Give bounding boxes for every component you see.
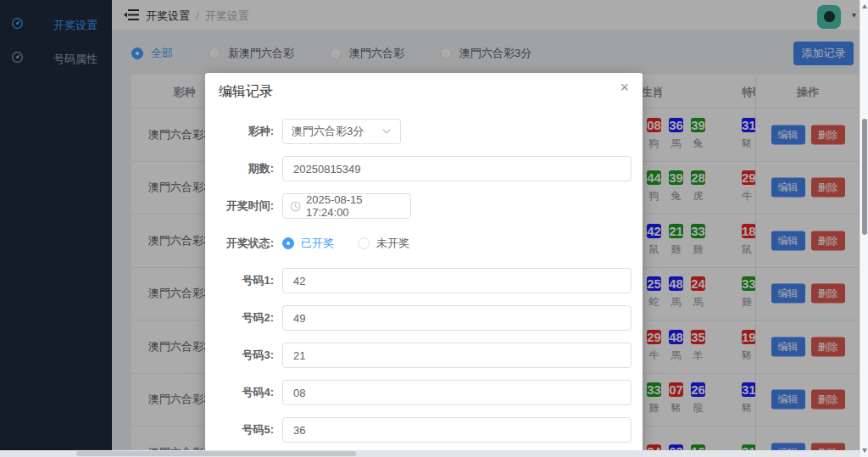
field-number: 号码2: [219, 305, 632, 331]
app-root: 开奖设置 号码属性 开奖设置/开奖设置 ▾ 全部 [0, 0, 868, 457]
field-issue-number: 期数: [219, 156, 632, 181]
field-label: 号码1: [219, 273, 282, 288]
radio-icon [358, 237, 370, 249]
number-input[interactable] [282, 268, 632, 293]
number-input[interactable] [282, 417, 632, 443]
scroll-up-icon[interactable] [862, 4, 867, 8]
scroll-down-icon[interactable] [862, 449, 867, 453]
radio-icon [282, 237, 294, 249]
field-label: 号码2: [219, 310, 282, 326]
number-input[interactable] [282, 343, 632, 368]
field-label: 开奖状态: [219, 236, 282, 251]
draw-status-radio-group: 已开奖 未开奖 [282, 236, 433, 251]
draw-time-value: 2025-08-15 17:24:00 [306, 193, 403, 219]
status-option-label: 未开奖 [376, 236, 409, 251]
field-label: 号码5: [219, 422, 282, 437]
field-draw-status: 开奖状态: 已开奖 未开奖 [219, 231, 632, 256]
chevron-down-icon [381, 126, 392, 137]
close-icon[interactable]: × [620, 80, 629, 95]
field-label: 号码3: [219, 348, 282, 363]
number-input[interactable] [282, 380, 632, 405]
status-option-label: 已开奖 [301, 236, 334, 251]
number-input[interactable] [282, 305, 632, 331]
vertical-scroll-thumb[interactable] [862, 119, 867, 235]
field-label: 开奖时间: [219, 198, 282, 214]
horizontal-scroll-thumb[interactable] [76, 451, 356, 456]
field-number: 号码4: [219, 380, 632, 405]
dialog-title: 编辑记录 [219, 83, 273, 101]
edit-record-dialog: 编辑记录 × 彩种: 澳門六合彩3分 期数: 开奖时间: [205, 73, 643, 457]
draw-time-picker[interactable]: 2025-08-15 17:24:00 [282, 193, 411, 219]
field-label: 期数: [219, 161, 282, 176]
status-radio-option[interactable]: 未开奖 [358, 236, 409, 251]
field-number: 号码1: [219, 268, 632, 293]
field-lottery-type: 彩种: 澳門六合彩3分 [219, 119, 632, 144]
issue-number-input[interactable] [282, 156, 632, 181]
vertical-scrollbar[interactable] [860, 0, 868, 457]
field-label: 彩种: [219, 124, 282, 139]
field-draw-time: 开奖时间: 2025-08-15 17:24:00 [219, 193, 632, 219]
clock-icon [290, 201, 301, 212]
horizontal-scrollbar[interactable] [0, 450, 860, 457]
field-number: 号码5: [219, 417, 632, 443]
selected-value: 澳門六合彩3分 [292, 124, 381, 139]
field-number: 号码3: [219, 343, 632, 368]
status-radio-option[interactable]: 已开奖 [282, 236, 334, 251]
lottery-type-select[interactable]: 澳門六合彩3分 [282, 119, 401, 144]
field-label: 号码4: [219, 385, 282, 400]
